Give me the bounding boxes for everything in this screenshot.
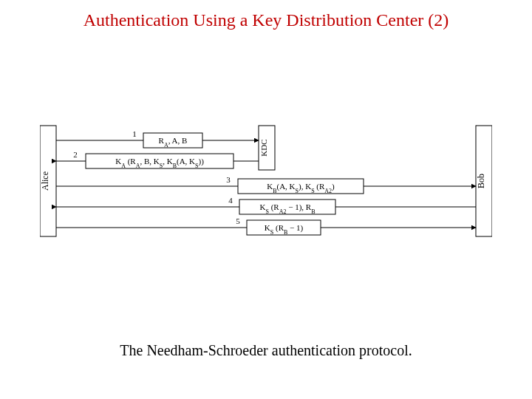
party-kdc-box: KDC bbox=[259, 126, 275, 170]
message-1: 1 RA, A, B bbox=[56, 129, 259, 149]
party-alice-label: Alice bbox=[40, 171, 50, 191]
party-alice-box: Alice bbox=[40, 126, 56, 236]
slide-title: Authentication Using a Key Distribution … bbox=[0, 10, 532, 30]
message-3-num: 3 bbox=[226, 175, 231, 184]
message-1-num: 1 bbox=[132, 129, 137, 138]
message-2: 2 KA (RA, B, KS, KB(A, KS)) bbox=[56, 150, 259, 169]
slide: Authentication Using a Key Distribution … bbox=[0, 0, 532, 399]
party-kdc-label: KDC bbox=[259, 139, 268, 156]
message-2-num: 2 bbox=[73, 150, 78, 159]
message-5: 5 KS (RB − 1) bbox=[56, 216, 476, 236]
party-bob-box: Bob bbox=[476, 126, 492, 236]
message-5-num: 5 bbox=[236, 216, 240, 225]
message-3: 3 KB(A, KS), KS (RA2) bbox=[56, 175, 476, 194]
party-bob-label: Bob bbox=[476, 174, 486, 188]
message-4-num: 4 bbox=[228, 196, 233, 205]
slide-caption: The Needham-Schroeder authentication pro… bbox=[0, 342, 532, 359]
message-4: 4 KS (RA2 − 1), RB bbox=[56, 196, 476, 215]
protocol-diagram: Alice KDC Bob 1 RA, A, B bbox=[40, 118, 492, 259]
